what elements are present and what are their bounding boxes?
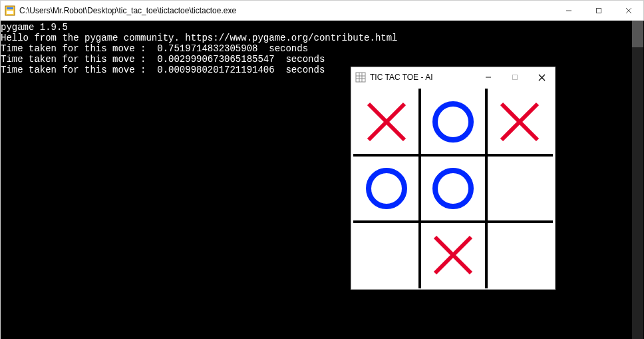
x-mark-icon bbox=[363, 99, 410, 145]
o-mark-icon bbox=[430, 165, 476, 212]
svg-point-22 bbox=[435, 170, 471, 206]
game-maximize-button bbox=[502, 67, 528, 87]
board-cell-0-2 bbox=[486, 89, 553, 155]
svg-rect-4 bbox=[596, 8, 601, 13]
board-cell-2-2[interactable] bbox=[486, 222, 553, 288]
game-minimize-button[interactable] bbox=[475, 67, 502, 87]
board-cell-0-0 bbox=[353, 89, 420, 155]
svg-rect-2 bbox=[7, 11, 13, 14]
console-scrollbar-thumb[interactable] bbox=[632, 21, 643, 47]
minimize-button[interactable] bbox=[554, 1, 583, 20]
game-close-button[interactable] bbox=[528, 67, 555, 87]
game-window-controls bbox=[475, 67, 555, 87]
game-window: TIC TAC TOE - AI bbox=[351, 67, 556, 290]
board-cell-1-0 bbox=[353, 155, 420, 222]
game-titlebar[interactable]: TIC TAC TOE - AI bbox=[351, 67, 555, 87]
console-app-icon bbox=[5, 5, 15, 16]
svg-point-21 bbox=[369, 170, 404, 206]
x-mark-icon bbox=[496, 99, 543, 145]
console-title: C:\Users\Mr.Robot\Desktop\tic_tac_toe\ti… bbox=[19, 6, 554, 15]
console-window-controls bbox=[554, 1, 643, 20]
x-mark-icon bbox=[430, 232, 476, 278]
board-cell-0-1 bbox=[420, 89, 486, 155]
game-board bbox=[353, 89, 553, 288]
o-mark-icon bbox=[430, 99, 476, 145]
console-titlebar[interactable]: C:\Users\Mr.Robot\Desktop\tic_tac_toe\ti… bbox=[1, 1, 643, 21]
close-button[interactable] bbox=[613, 1, 643, 20]
game-app-icon bbox=[355, 72, 366, 83]
console-scrollbar[interactable] bbox=[632, 21, 643, 339]
svg-point-18 bbox=[435, 104, 471, 140]
game-title: TIC TAC TOE - AI bbox=[370, 73, 475, 82]
board-cell-1-2[interactable] bbox=[486, 155, 553, 222]
board-cell-2-0[interactable] bbox=[353, 222, 420, 288]
board-cell-1-1 bbox=[420, 155, 486, 222]
svg-rect-1 bbox=[7, 7, 13, 9]
maximize-button[interactable] bbox=[583, 1, 613, 20]
board-cell-2-1 bbox=[420, 222, 486, 288]
svg-rect-13 bbox=[513, 75, 518, 80]
svg-rect-7 bbox=[356, 73, 365, 82]
o-mark-icon bbox=[363, 165, 410, 212]
